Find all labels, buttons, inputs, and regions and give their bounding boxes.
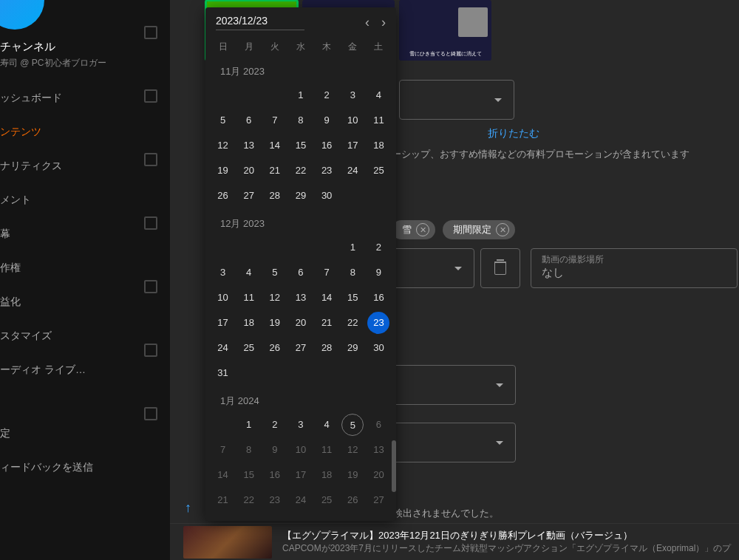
calendar-day[interactable]: 11 [238, 287, 260, 309]
calendar-day[interactable]: 26 [264, 337, 286, 359]
calendar-day[interactable]: 28 [316, 337, 338, 359]
calendar-day[interactable]: 20 [290, 312, 312, 334]
sidebar-item[interactable]: 作権 [0, 251, 170, 285]
calendar-day[interactable]: 6 [290, 262, 312, 284]
sidebar-item[interactable]: 定 [0, 417, 170, 451]
calendar-day[interactable]: 12 [212, 134, 234, 157]
calendar-day[interactable]: 6 [367, 414, 389, 436]
calendar-day[interactable]: 4 [316, 414, 338, 436]
calendar-day[interactable]: 23 [316, 160, 338, 182]
calendar-day[interactable]: 20 [367, 464, 389, 486]
calendar-day[interactable]: 22 [290, 160, 312, 182]
calendar-day[interactable]: 10 [212, 287, 234, 309]
calendar-day[interactable]: 7 [264, 109, 286, 132]
calendar-day[interactable]: 3 [341, 84, 364, 106]
calendar-day[interactable]: 21 [264, 160, 286, 182]
calendar-day[interactable]: 23 [367, 312, 389, 334]
calendar-day[interactable]: 4 [367, 84, 389, 106]
calendar-day[interactable]: 5 [264, 262, 286, 284]
calendar-day[interactable]: 13 [367, 439, 389, 461]
calendar-day[interactable]: 2 [367, 236, 389, 259]
calendar-day[interactable]: 17 [290, 464, 312, 486]
sidebar-item[interactable]: ーディオ ライブ… [0, 353, 170, 387]
sidebar-item[interactable]: メント [0, 183, 170, 217]
calendar-day[interactable]: 13 [238, 134, 260, 157]
calendar-day[interactable]: 20 [238, 160, 260, 182]
calendar-day[interactable]: 16 [367, 287, 389, 309]
calendar-day[interactable]: 30 [316, 185, 338, 207]
calendar-day[interactable]: 30 [367, 337, 389, 359]
calendar-day[interactable]: 24 [341, 160, 364, 182]
calendar-day[interactable]: 15 [290, 134, 312, 157]
sidebar-item[interactable]: ィードバックを送信 [0, 451, 170, 485]
calendar-day[interactable]: 7 [212, 439, 234, 461]
calendar-day[interactable]: 21 [316, 312, 338, 334]
calendar-day[interactable]: 12 [264, 287, 286, 309]
tag-chip[interactable]: 期間限定✕ [443, 220, 515, 239]
calendar-day[interactable]: 29 [341, 337, 364, 359]
sidebar-item[interactable]: 益化 [0, 285, 170, 319]
calendar-day[interactable]: 3 [290, 414, 312, 436]
calendar-day[interactable]: 13 [290, 287, 312, 309]
calendar-day[interactable]: 25 [367, 160, 389, 182]
calendar-day[interactable]: 26 [341, 489, 364, 507]
calendar-day[interactable]: 10 [341, 109, 364, 132]
thumbnail[interactable]: 雪にひき当てると綺麗に消えて [399, 0, 491, 61]
sidebar-item[interactable]: ナリティクス [0, 149, 170, 183]
video-list-row[interactable]: 【エグゾプライマル】2023年12月21日のぎりぎり勝利プレイ動画（バラージュ）… [170, 523, 739, 560]
calendar-day[interactable]: 3 [212, 262, 234, 284]
calendar-day[interactable]: 17 [212, 312, 234, 334]
calendar-day[interactable]: 22 [341, 312, 364, 334]
close-icon[interactable]: ✕ [496, 223, 509, 236]
calendar-day[interactable]: 23 [264, 489, 286, 507]
calendar-day[interactable]: 2 [316, 84, 338, 106]
calendar-day[interactable]: 21 [212, 489, 234, 507]
sidebar-item[interactable]: 幕 [0, 217, 170, 251]
calendar-day[interactable]: 8 [341, 262, 364, 284]
location-field[interactable]: 動画の撮影場所 なし [531, 248, 738, 288]
calendar-day[interactable]: 19 [341, 464, 364, 486]
calendar-day[interactable]: 14 [316, 287, 338, 309]
calendar-day[interactable]: 29 [290, 185, 312, 207]
calendar-body[interactable]: 11月 202312345678910111213141516171819202… [205, 56, 396, 507]
sidebar-item[interactable]: ッシュボード [0, 81, 170, 115]
delete-button[interactable] [480, 248, 520, 288]
calendar-day[interactable]: 14 [264, 134, 286, 157]
calendar-day[interactable]: 15 [238, 464, 260, 486]
calendar-day[interactable]: 18 [316, 464, 338, 486]
calendar-day[interactable]: 27 [290, 337, 312, 359]
calendar-day[interactable]: 9 [316, 109, 338, 132]
calendar-day[interactable]: 5 [212, 109, 234, 132]
calendar-day[interactable]: 1 [238, 414, 260, 436]
calendar-day[interactable]: 31 [212, 362, 234, 384]
calendar-day[interactable]: 25 [316, 489, 338, 507]
calendar-day[interactable]: 18 [238, 312, 260, 334]
calendar-day[interactable]: 24 [290, 489, 312, 507]
sidebar-item[interactable]: ンテンツ [0, 115, 170, 149]
scrollbar-thumb[interactable] [392, 440, 396, 492]
calendar-day[interactable]: 2 [264, 414, 286, 436]
calendar-day[interactable]: 16 [264, 464, 286, 486]
calendar-day[interactable]: 8 [290, 109, 312, 132]
calendar-day[interactable]: 4 [238, 262, 260, 284]
calendar-day[interactable]: 27 [238, 185, 260, 207]
calendar-day[interactable]: 16 [316, 134, 338, 157]
calendar-day[interactable]: 8 [238, 439, 260, 461]
calendar-day[interactable]: 15 [341, 287, 364, 309]
calendar-day[interactable]: 19 [264, 312, 286, 334]
calendar-day[interactable]: 9 [367, 262, 389, 284]
calendar-day[interactable]: 9 [264, 439, 286, 461]
prev-month-button[interactable]: ‹ [365, 15, 370, 30]
calendar-day[interactable]: 7 [316, 262, 338, 284]
calendar-day[interactable]: 22 [238, 489, 260, 507]
calendar-day[interactable]: 11 [316, 439, 338, 461]
close-icon[interactable]: ✕ [416, 223, 429, 236]
calendar-day[interactable]: 24 [212, 337, 234, 359]
date-input[interactable]: 2023/12/23 [216, 15, 304, 30]
calendar-day[interactable]: 6 [238, 109, 260, 132]
calendar-day[interactable]: 11 [367, 109, 389, 132]
sidebar-item[interactable]: スタマイズ [0, 319, 170, 353]
upload-icon[interactable]: ↑ [185, 500, 191, 516]
calendar-day[interactable]: 14 [212, 464, 234, 486]
calendar-day[interactable]: 1 [341, 236, 364, 259]
